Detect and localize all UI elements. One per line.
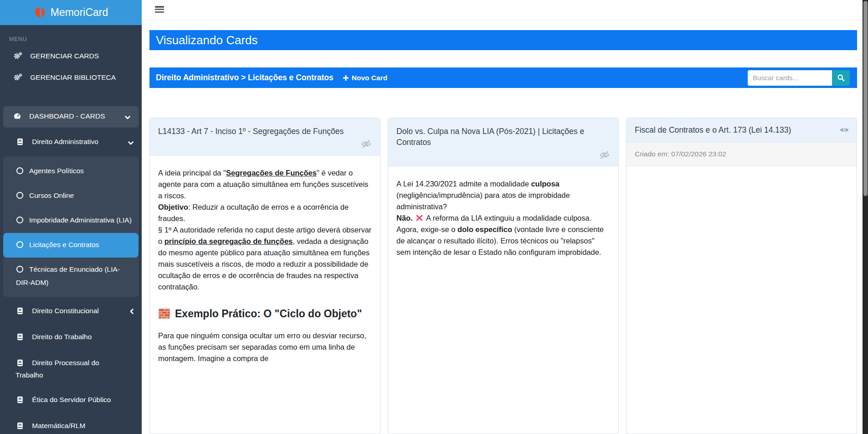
sidebar-subitem-tecnicas-enunciado[interactable]: Técnicas de Enunciado (LIA-DIR-ADM) <box>3 258 139 294</box>
card-header: Fiscal de Contratos e o Art. 173 (Lei 14… <box>627 118 857 142</box>
content: Visualizando Cards Direito Administrativ… <box>142 21 863 434</box>
brick-emoji-icon <box>158 308 170 319</box>
book-icon <box>15 396 24 407</box>
card-body: A ideia principal da "Segregações de Fun… <box>150 155 380 434</box>
circle-icon <box>16 265 24 277</box>
chevron-left-icon <box>130 306 134 317</box>
card-dolo-culpa: Dolo vs. Culpa na Nova LIA (Pós-2021) | … <box>388 118 619 434</box>
card-header: Dolo vs. Culpa na Nova LIA (Pós-2021) | … <box>388 118 618 166</box>
sidebar-subitem-licitacoes-contratos[interactable]: Licitações e Contratos <box>3 233 139 258</box>
sidebar-item-label: Técnicas de Enunciado (LIA-DIR-ADM) <box>16 265 120 286</box>
chevron-down-icon <box>128 137 134 148</box>
card-text: A ideia principal da "Segregações de Fun… <box>158 167 372 293</box>
card-title: Fiscal de Contratos e o Art. 173 (Lei 14… <box>635 124 791 135</box>
sidebar: MemoriCard MENU GERENCIAR CARDS GERENCIA… <box>0 0 142 434</box>
scrollbar-thumb[interactable] <box>863 1 868 196</box>
book-icon <box>15 333 24 344</box>
card-text: A Lei 14.230/2021 admite a modalidade cu… <box>396 178 610 258</box>
eye-slash-icon[interactable] <box>599 150 610 160</box>
sidebar-item-label: Ética do Servidor Público <box>32 396 111 403</box>
sidebar-item-label: DASHBOARD - CARDS <box>29 112 105 120</box>
card-body <box>627 166 857 434</box>
app-logo[interactable]: MemoriCard <box>0 0 142 25</box>
sidebar-item-label: Direito Administrativo <box>32 138 98 145</box>
page-title: Visualizando Cards <box>149 30 857 50</box>
chevron-down-icon <box>125 112 130 122</box>
card-title: L14133 - Art 7 - Inciso 1º - Segregações… <box>158 126 374 137</box>
sidebar-item-label: Licitações e Contratos <box>29 241 99 248</box>
card-text: Para que ninguém consiga ocultar um erro… <box>158 330 372 364</box>
sidebar-subitem-cursos-online[interactable]: Cursos Online <box>3 184 139 208</box>
card-header: L14133 - Art 7 - Inciso 1º - Segregações… <box>150 118 380 155</box>
card-segregacoes: L14133 - Art 7 - Inciso 1º - Segregações… <box>149 118 380 434</box>
sidebar-item-label: Direito Constitucional <box>32 307 98 315</box>
sidebar-item-direito-do-trabalho[interactable]: Direito do Trabalho <box>0 326 142 349</box>
novo-card-button[interactable]: Novo Card <box>343 74 387 82</box>
hamburger-menu-icon[interactable] <box>155 6 164 14</box>
sidebar-item-matematica-rlm[interactable]: Matemática/RLM <box>0 415 142 434</box>
sidebar-submenu: Agentes Políticos Cursos Online Impobrid… <box>3 156 139 297</box>
search-input[interactable] <box>748 70 832 86</box>
example-heading: Exemplo Prático: O "Ciclo do Objeto" <box>158 304 372 324</box>
sidebar-item-etica-servidor[interactable]: Ética do Servidor Público <box>0 389 142 412</box>
sidebar-item-direito-administrativo[interactable]: Direito Administrativo <box>0 131 142 154</box>
sidebar-item-label: Agentes Políticos <box>29 167 84 175</box>
eye-slash-icon[interactable] <box>360 140 372 149</box>
x-mark-icon <box>416 215 423 221</box>
sidebar-item-label: Cursos Online <box>29 191 74 199</box>
circle-icon <box>16 191 24 203</box>
main-area: Visualizando Cards Direito Administrativ… <box>142 0 863 434</box>
sidebar-item-direito-processual-trabalho[interactable]: Direito Processual do Trabalho <box>0 352 142 386</box>
card-body: A Lei 14.230/2021 admite a modalidade cu… <box>388 166 618 434</box>
created-timestamp: Criado em: 07/02/2026 23:02 <box>627 142 857 166</box>
breadcrumb-bar: Direito Administrativo > Licitações e Co… <box>149 67 857 88</box>
sidebar-item-label: Impobridade Administrativa (LIA) <box>29 216 132 224</box>
eye-icon[interactable] <box>839 126 849 134</box>
sidebar-nav: GERENCIAR CARDS GERENCIAR BIBLIOTECA DAS… <box>0 46 142 434</box>
cards-row: L14133 - Art 7 - Inciso 1º - Segregações… <box>149 118 857 434</box>
sidebar-item-label: Direito Processual do Trabalho <box>15 359 99 379</box>
book-icon <box>15 138 24 149</box>
brain-logo-icon <box>34 6 46 19</box>
book-icon <box>15 422 24 433</box>
card-fiscal-contratos: Fiscal de Contratos e o Art. 173 (Lei 14… <box>626 118 857 434</box>
sidebar-subitem-impobridade-administrativa[interactable]: Impobridade Administrativa (LIA) <box>3 208 139 233</box>
sidebar-item-gerenciar-biblioteca[interactable]: GERENCIAR BIBLIOTECA <box>0 67 142 89</box>
vertical-scrollbar[interactable] <box>863 0 868 434</box>
circle-icon <box>16 240 24 252</box>
search-icon <box>837 74 845 82</box>
gauge-icon <box>13 113 21 123</box>
search-button[interactable] <box>832 70 850 86</box>
sidebar-item-label: Matemática/RLM <box>32 422 85 429</box>
menu-section-label: MENU <box>9 36 142 42</box>
breadcrumb[interactable]: Direito Administrativo > Licitações e Co… <box>156 73 334 83</box>
circle-icon <box>16 216 24 227</box>
sidebar-subitem-agentes-politicos[interactable]: Agentes Políticos <box>3 159 139 184</box>
cogs-icon <box>14 73 22 84</box>
sidebar-item-label: GERENCIAR BIBLIOTECA <box>30 73 116 81</box>
example-heading-text: Exemplo Prático: O "Ciclo do Objeto" <box>175 308 362 320</box>
search-group <box>748 70 850 86</box>
plus-icon <box>343 75 349 81</box>
cogs-icon <box>14 52 22 62</box>
sidebar-item-dashboard-cards[interactable]: DASHBOARD - CARDS <box>3 106 139 128</box>
circle-icon <box>16 166 24 178</box>
book-icon <box>15 359 24 370</box>
novo-card-label: Novo Card <box>352 74 387 82</box>
sidebar-item-direito-constitucional[interactable]: Direito Constitucional <box>0 300 142 323</box>
app-title: MemoriCard <box>51 6 108 19</box>
sidebar-item-label: GERENCIAR CARDS <box>30 52 99 60</box>
card-title: Dolo vs. Culpa na Nova LIA (Pós-2021) | … <box>396 126 612 148</box>
topbar <box>142 0 863 21</box>
sidebar-item-label: Direito do Trabalho <box>32 333 92 341</box>
sidebar-item-gerenciar-cards[interactable]: GERENCIAR CARDS <box>0 46 142 67</box>
book-icon <box>15 307 24 318</box>
